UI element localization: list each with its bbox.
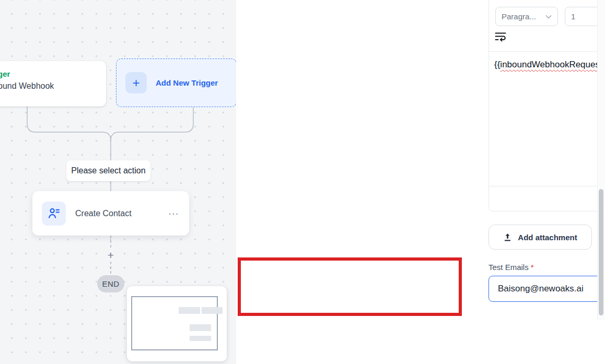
drag-preview-card [127, 286, 227, 361]
more-options-icon[interactable]: ⋯ [168, 208, 180, 219]
test-emails-label-text: Test Emails [488, 263, 529, 272]
font-size-value: 1 [571, 12, 575, 21]
trigger-node-title: ger [0, 69, 98, 79]
workflow-trigger-node[interactable]: ger ound Webhook [0, 61, 106, 107]
upload-icon [503, 233, 512, 242]
test-emails-input[interactable] [488, 276, 605, 302]
add-new-trigger-label: Add New Trigger [156, 78, 218, 87]
text-wrap-button[interactable] [495, 31, 506, 42]
paragraph-format-value: Paragra... [502, 12, 536, 21]
workflow-canvas[interactable]: ger ound Webhook + Add New Trigger Pleas… [0, 0, 236, 364]
add-new-trigger-button[interactable]: + Add New Trigger [116, 58, 236, 107]
paragraph-format-dropdown[interactable]: Paragra... [495, 7, 558, 26]
email-body-input[interactable]: {{inboundWebhookRequest.Content}} [489, 52, 605, 186]
email-body-editor: Paragra... 1 A [488, 0, 605, 212]
action-settings-panel: Paragra... 1 A [236, 0, 605, 364]
trigger-node-subtitle: ound Webhook [0, 80, 98, 91]
required-asterisk: * [531, 263, 534, 272]
workflow-builder-screen: ger ound Webhook + Add New Trigger Pleas… [0, 0, 605, 364]
preview-placeholder-bar [202, 307, 223, 314]
preview-placeholder-bar [190, 336, 211, 341]
merge-tag-token: inboundWebhookRequest.Content [500, 60, 605, 69]
add-attachment-label: Add attachment [518, 233, 577, 242]
create-contact-node[interactable]: Create Contact ⋯ [32, 191, 189, 236]
chevron-down-icon [545, 15, 552, 19]
preview-frame [131, 296, 218, 350]
text-wrap-icon [495, 31, 506, 42]
merge-tag-open: {{ [494, 60, 500, 69]
add-action-plus-button[interactable]: + [105, 249, 117, 261]
create-contact-label: Create Contact [75, 209, 132, 218]
select-action-hint: Please select action [66, 160, 150, 181]
preview-placeholder-bar [190, 324, 211, 331]
plus-icon: + [125, 72, 147, 93]
preview-placeholder-bar [179, 307, 200, 314]
character-count: 33 characters | 1 words [489, 186, 605, 211]
scrollbar-thumb[interactable] [599, 189, 603, 315]
add-attachment-button[interactable]: Add attachment [488, 225, 592, 250]
test-emails-label: Test Emails* [488, 263, 534, 272]
end-badge: END [97, 275, 124, 292]
contact-icon [42, 202, 66, 226]
